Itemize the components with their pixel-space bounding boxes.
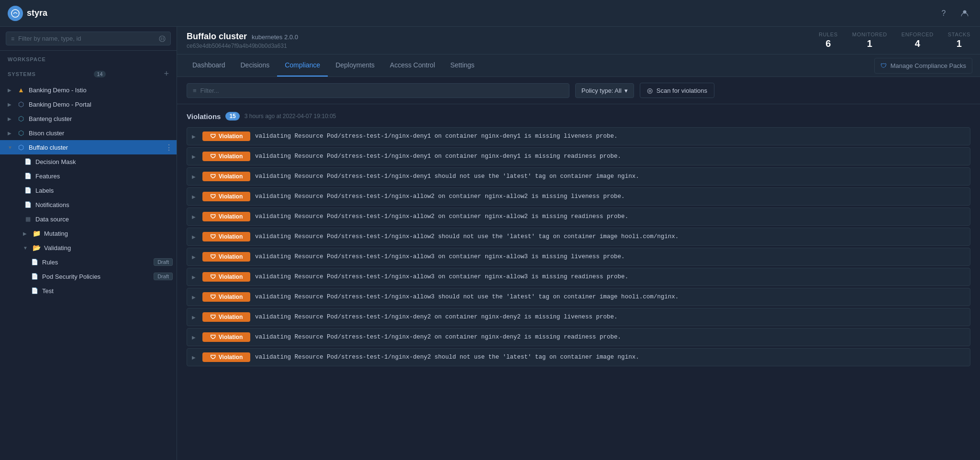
document-icon: 📄 xyxy=(23,173,33,179)
filter-input[interactable] xyxy=(200,87,563,94)
policy-type-button[interactable]: Policy type: All ▾ xyxy=(575,83,634,98)
adjust-icon xyxy=(159,35,166,42)
shield-icon: 🛡 xyxy=(210,354,216,361)
violation-row[interactable]: ▶ 🛡 Violation validating Resource Pod/st… xyxy=(187,268,970,286)
violation-badge-label: Violation xyxy=(219,334,243,340)
tab-decisions[interactable]: Decisions xyxy=(233,55,278,77)
violation-text: validating Resource Pod/stress-test-1/ng… xyxy=(255,133,965,140)
sidebar-item-label: Banking Demo - Portal xyxy=(29,101,173,108)
sidebar-item-banking-istio[interactable]: ▶ ▲ Banking Demo - Istio xyxy=(0,83,177,97)
sidebar-item-features[interactable]: 📄 Features xyxy=(0,169,177,183)
chevron-right-icon: ▶ xyxy=(192,234,198,240)
tab-settings[interactable]: Settings xyxy=(443,55,482,77)
tab-deployments[interactable]: Deployments xyxy=(328,55,382,77)
violation-row[interactable]: ▶ 🛡 Violation validating Resource Pod/st… xyxy=(187,348,970,366)
tab-access-control[interactable]: Access Control xyxy=(382,55,443,77)
add-system-button[interactable]: + xyxy=(164,69,169,79)
violation-badge: 🛡 Violation xyxy=(202,212,250,221)
violation-badge: 🛡 Violation xyxy=(202,131,250,141)
scan-icon: ◎ xyxy=(647,87,653,94)
top-header-actions: ? xyxy=(936,6,972,21)
scan-violations-button[interactable]: ◎ Scan for violations xyxy=(640,83,714,98)
system-icon: ⬡ xyxy=(16,115,26,122)
shield-icon: 🛡 xyxy=(210,133,216,140)
violation-row[interactable]: ▶ 🛡 Violation validating Resource Pod/st… xyxy=(187,308,970,326)
violation-badge: 🛡 Violation xyxy=(202,152,250,161)
violation-row[interactable]: ▶ 🛡 Violation validating Resource Pod/st… xyxy=(187,127,970,145)
shield-icon: 🛡 xyxy=(210,314,216,320)
violation-badge-label: Violation xyxy=(219,173,243,180)
sidebar-item-decision-mask[interactable]: 📄 Decision Mask xyxy=(0,154,177,169)
folder-icon: 📁 xyxy=(32,230,41,237)
system-icon: ⬡ xyxy=(16,129,26,137)
sidebar-item-test[interactable]: 📄 Test xyxy=(0,284,177,298)
more-options-icon[interactable]: ⋮ xyxy=(165,143,173,152)
violations-time: 3 hours ago at 2022-04-07 19:10:05 xyxy=(245,113,336,120)
violation-row[interactable]: ▶ 🛡 Violation validating Resource Pod/st… xyxy=(187,208,970,226)
cluster-name-row: Buffalo cluster kubernetes 2.0.0 xyxy=(187,32,298,42)
violation-row[interactable]: ▶ 🛡 Violation validating Resource Pod/st… xyxy=(187,248,970,266)
stat-stacks-label: STACKS xyxy=(948,32,970,37)
sidebar-item-labels[interactable]: 📄 Labels xyxy=(0,183,177,197)
chevron-right-icon: ▶ xyxy=(192,134,198,139)
violation-badge: 🛡 Violation xyxy=(202,192,250,201)
sidebar-item-banteng[interactable]: ▶ ⬡ Banteng cluster xyxy=(0,111,177,126)
nav-tabs: Dashboard Decisions Compliance Deploymen… xyxy=(177,55,980,77)
chevron-right-icon: ▶ xyxy=(192,214,198,219)
stat-rules: RULES 6 xyxy=(819,32,838,49)
shield-icon: 🛡 xyxy=(210,294,216,300)
search-input[interactable] xyxy=(18,35,155,42)
tab-compliance[interactable]: Compliance xyxy=(277,55,328,77)
manage-btn-label: Manage Compliance Packs xyxy=(891,62,966,69)
sidebar-item-validating[interactable]: ▼ 📂 Validating xyxy=(0,241,177,255)
stat-monitored: MONITORED 1 xyxy=(852,32,887,49)
help-button[interactable]: ? xyxy=(936,6,951,21)
filter-bar: ≡ Policy type: All ▾ ◎ Scan for violatio… xyxy=(177,77,980,104)
violation-row[interactable]: ▶ 🛡 Violation validating Resource Pod/st… xyxy=(187,147,970,165)
violation-row[interactable]: ▶ 🛡 Violation validating Resource Pod/st… xyxy=(187,228,970,246)
systems-count: 14 xyxy=(94,71,105,77)
chevron-right-icon: ▶ xyxy=(192,174,198,179)
chevron-right-icon: ▶ xyxy=(8,116,13,121)
violation-row[interactable]: ▶ 🛡 Violation validating Resource Pod/st… xyxy=(187,288,970,306)
violations-count: 15 xyxy=(225,112,239,120)
tab-dashboard[interactable]: Dashboard xyxy=(185,55,233,77)
filter-icon: ≡ xyxy=(11,35,14,42)
chevron-right-icon: ▶ xyxy=(8,102,13,107)
violation-row[interactable]: ▶ 🛡 Violation validating Resource Pod/st… xyxy=(187,328,970,346)
manage-compliance-packs-button[interactable]: 🛡 Manage Compliance Packs xyxy=(874,58,972,74)
violation-row[interactable]: ▶ 🛡 Violation validating Resource Pod/st… xyxy=(187,187,970,206)
violation-text: validating Resource Pod/stress-test-1/ng… xyxy=(255,354,965,361)
sidebar-item-notifications[interactable]: 📄 Notifications xyxy=(0,197,177,212)
stat-enforced-value: 4 xyxy=(902,38,934,49)
sidebar-item-label: Mutating xyxy=(44,230,173,237)
sidebar-item-pod-security-policies[interactable]: 📄 Pod Security Policies Draft xyxy=(0,269,177,284)
system-icon: ⬡ xyxy=(16,143,26,151)
sidebar-item-buffalo[interactable]: ▼ ⬡ Buffalo cluster ⋮ xyxy=(0,140,177,154)
shield-icon: 🛡 xyxy=(880,62,887,69)
folder-icon: 📂 xyxy=(32,244,41,252)
user-button[interactable] xyxy=(957,6,972,21)
sidebar-item-data-source[interactable]: ▦ Data source xyxy=(0,212,177,226)
scan-label: Scan for violations xyxy=(657,87,707,94)
violations-list: ▶ 🛡 Violation validating Resource Pod/st… xyxy=(187,127,970,366)
sidebar-item-label: Labels xyxy=(35,187,173,194)
shield-icon: 🛡 xyxy=(210,193,216,200)
stat-enforced-label: ENFORCED xyxy=(902,32,934,37)
violation-badge-label: Violation xyxy=(219,193,243,200)
chevron-right-icon: ▶ xyxy=(8,131,13,136)
violation-row[interactable]: ▶ 🛡 Violation validating Resource Pod/st… xyxy=(187,167,970,186)
sidebar-item-banking-portal[interactable]: ▶ ⬡ Banking Demo - Portal xyxy=(0,97,177,111)
violation-badge: 🛡 Violation xyxy=(202,352,250,362)
violation-badge: 🛡 Violation xyxy=(202,332,250,342)
sidebar-item-label: Buffalo cluster xyxy=(29,144,162,151)
stat-stacks: STACKS 1 xyxy=(948,32,970,49)
violation-text: validating Resource Pod/stress-test-1/ng… xyxy=(255,314,965,320)
sidebar-item-mutating[interactable]: ▶ 📁 Mutating xyxy=(0,226,177,241)
chevron-right-icon: ▶ xyxy=(192,194,198,199)
chevron-down-icon: ▾ xyxy=(624,87,628,94)
sidebar-item-bison[interactable]: ▶ ⬡ Bison cluster xyxy=(0,126,177,140)
sidebar-item-rules[interactable]: 📄 Rules Draft xyxy=(0,255,177,269)
violation-badge-label: Violation xyxy=(219,294,243,300)
draft-badge: Draft xyxy=(154,273,173,280)
